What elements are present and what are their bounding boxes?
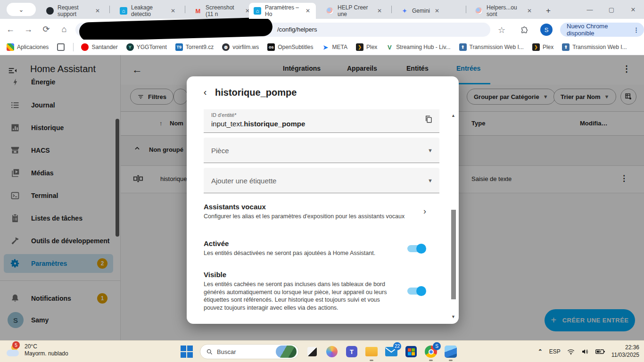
close-tab-icon[interactable]: ✕ [170,8,176,14]
volume-icon[interactable] [581,348,589,355]
community-icon [475,7,483,15]
visible-desc: Les entités cachées ne seront pas inclus… [204,280,392,312]
voice-title: Assistants vocaux [204,203,439,211]
visible-title: Visible [204,271,439,279]
transmission-icon: ⬆ [459,43,467,51]
bookmark-aplicaciones[interactable]: Aplicaciones [7,43,49,51]
bookmark-transmission-2[interactable]: ⬆Transmission Web I... [562,43,627,51]
close-tab-icon[interactable]: ✕ [526,8,533,14]
bookmark-plex[interactable]: ❯Plex [356,43,377,51]
bookmark-voirfilm[interactable]: ◍voirfilm.ws [222,43,259,51]
transmission-icon: ⬆ [562,43,570,51]
tab-request-support[interactable]: Request support ✕ [41,3,106,19]
close-tab-icon[interactable]: ✕ [434,8,440,14]
bookmark-label: Torrent9.cz [186,44,214,50]
chrome-update-button[interactable]: Nuevo Chrome disponible ⋮ [560,23,644,37]
forward-icon[interactable]: → [21,22,36,37]
chevron-right-icon: › [423,206,426,216]
file-explorer-icon[interactable] [365,345,378,358]
windows-taskbar: 5 20°C Mayorm. nublado Buscar T 22 S [0,340,644,362]
enabled-toggle[interactable] [407,245,425,252]
torrent9-icon: T9 [175,43,183,51]
weather-widget[interactable]: 5 20°C Mayorm. nublado [7,343,68,357]
teams-icon[interactable]: T [345,345,358,358]
apps-shortcut-icon[interactable] [57,43,65,51]
minimize-button[interactable]: — [579,0,601,19]
start-button[interactable] [180,345,193,358]
bookmark-yggtorrent[interactable]: YYGGTorrent [126,43,167,51]
label-select[interactable]: Ajouter une étiquette ▼ [204,168,439,193]
chevron-down-icon: ▼ [428,178,433,183]
chrome-icon[interactable]: S [424,345,438,358]
bookmark-opensubtitles[interactable]: osOpenSubtitles [267,43,313,51]
bookmark-santander[interactable]: Santander [81,43,117,51]
wifi-icon[interactable] [567,349,575,355]
language-indicator[interactable]: ESP [549,348,561,355]
close-window-button[interactable]: ✕ [622,0,644,19]
bookmarks-divider [73,43,74,51]
bookmark-meta[interactable]: ➤META [322,43,347,51]
taskbar-search[interactable]: Buscar [200,344,299,359]
entity-id-value: input_text.historique_pompe [211,120,305,128]
dialog-scrollbar[interactable]: ▲ ▼ [451,113,456,319]
bookmark-transmission[interactable]: ⬆Transmission Web I... [459,43,524,51]
address-bar[interactable]: /config/helpers [75,23,490,37]
battery-icon[interactable] [595,349,605,354]
voice-desc: Configurer les alias et les paramètres d… [204,213,439,221]
copy-icon[interactable] [424,115,433,123]
entity-id-field[interactable]: ID d'entité* input_text.historique_pompe [204,109,439,133]
bookmark-streaming-hub[interactable]: VStreaming Hub - Liv... [386,43,450,51]
tab-gemini[interactable]: ✦ Gemini ✕ [396,3,460,19]
tab-parametres-active[interactable]: ⌂ Paramètres – Ho ✕ [249,3,316,19]
bookmark-label: YGGTorrent [137,44,167,50]
close-tab-icon[interactable]: ✕ [94,8,101,14]
tab-separator [109,6,110,13]
hidden-icons-chevron[interactable]: ⌃ [538,348,543,355]
scroll-up-icon[interactable]: ▲ [451,113,455,118]
extensions-icon[interactable] [517,23,532,38]
mail-icon[interactable]: 22 [385,345,398,358]
bookmark-star-icon[interactable]: ☆ [494,23,509,38]
tab-screenshot[interactable]: M Screenshot (11 n ✕ [190,3,256,19]
tab-leakage[interactable]: ⌂ Leakage detectio ✕ [115,3,181,19]
dialog-back-icon[interactable]: ‹ [199,86,211,98]
community-icon [326,7,334,15]
enabled-title: Activée [204,239,439,247]
maximize-button[interactable]: ▢ [601,0,622,19]
tab-label: Helpers...ou sont [487,4,522,17]
tab-label: Leakage detectio [131,4,166,17]
new-tab-button[interactable]: + [541,3,551,19]
tab-separator [466,6,466,13]
santander-icon [81,43,89,51]
mail-badge: 22 [393,342,401,350]
microsoft-store-icon[interactable] [405,345,418,358]
browser-tab-strip: ⌄ Request support ✕ ⌂ Leakage detectio ✕… [0,0,644,19]
reload-icon[interactable]: ⟳ [39,22,54,37]
tab-help-creer[interactable]: HELP Creer une ✕ [322,3,388,19]
grid-icon [57,43,65,51]
chrome-profile-badge: S [433,342,441,350]
bookmark-plex-2[interactable]: ❯Plex [532,43,553,51]
profile-avatar[interactable]: S [540,24,553,36]
tab-helpers[interactable]: Helpers...ou sont ✕ [471,3,537,19]
close-tab-icon[interactable]: ✕ [376,8,383,14]
enabled-row: Activée Les entités désactivées ne seron… [204,239,439,257]
home-icon[interactable]: ⌂ [57,22,72,37]
menu-dots-icon[interactable]: ⋮ [633,26,639,33]
bookmark-label: Santander [91,44,117,50]
voice-assistants-row[interactable]: Assistants vocaux Configurer les alias e… [204,203,439,221]
copilot-icon[interactable] [325,345,339,358]
back-icon[interactable]: ← [3,22,18,37]
scroll-down-icon[interactable]: ▼ [451,314,455,319]
bookmark-torrent9[interactable]: T9Torrent9.cz [175,43,214,51]
entity-id-label: ID d'entité* [211,112,236,118]
close-tab-icon[interactable]: ✕ [305,8,311,14]
bookmark-label: voirfilm.ws [232,44,259,50]
photos-icon[interactable] [444,345,457,358]
clock[interactable]: 22:36 11/03/2025 [611,344,639,359]
area-select[interactable]: Pièce ▼ [204,138,439,163]
tab-search-button[interactable]: ⌄ [7,3,36,16]
task-view-button[interactable] [305,345,319,358]
visible-toggle[interactable] [407,288,425,295]
scrollbar-thumb[interactable] [451,210,456,299]
